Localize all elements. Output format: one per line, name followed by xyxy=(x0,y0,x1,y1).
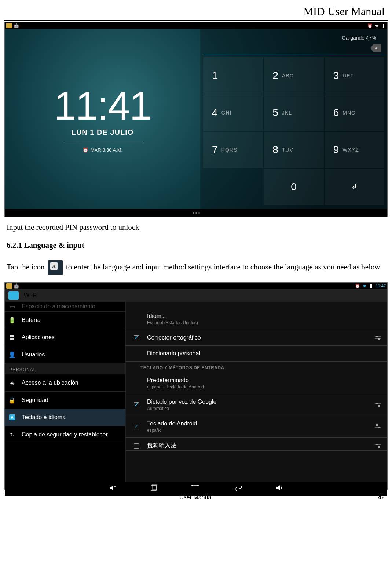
sliders-icon[interactable] xyxy=(374,402,382,408)
svg-rect-1 xyxy=(383,24,384,24)
status-bar-2: 🤖 ⏰ 11:47 xyxy=(5,283,387,289)
sidebar-item-users[interactable]: 👤 Usuarios xyxy=(5,346,125,363)
nav-back-icon[interactable] xyxy=(233,485,242,493)
svg-marker-31 xyxy=(276,485,280,490)
sidebar-category-personal: PERSONAL xyxy=(5,363,125,374)
nav-volume-up-icon[interactable] xyxy=(275,484,283,493)
keypad-key-2[interactable]: 2ABC xyxy=(264,57,323,94)
settings-header-chip: Wi-Fi xyxy=(5,289,387,302)
svg-rect-9 xyxy=(10,338,12,340)
system-nav-bar-2 xyxy=(5,482,387,496)
android-icon: 🤖 xyxy=(14,23,19,28)
sidebar-item-label: Usuarios xyxy=(22,351,45,358)
instruction-text-1: Input the recorded PIN password to unloc… xyxy=(4,217,388,238)
svg-rect-8 xyxy=(12,335,14,337)
apps-icon xyxy=(9,334,15,340)
settings-detail-pane: Idioma Español (Estados Unidos) Correcto… xyxy=(126,302,387,482)
nav-recents-icon[interactable] xyxy=(150,484,157,493)
settings-screenshot: 🤖 ⏰ 11:47 Wi-Fi ▭ Espacio de almacenamie… xyxy=(4,282,388,490)
settings-sidebar: ▭ Espacio de almacenamiento 🔋 Batería Ap… xyxy=(5,302,126,482)
setting-row-idioma[interactable]: Idioma Español (Estados Unidos) xyxy=(126,308,387,330)
keypad-key-1[interactable]: 1 xyxy=(203,57,263,94)
sidebar-item-language[interactable]: A Teclado e idioma xyxy=(5,409,125,426)
checkbox-icon[interactable] xyxy=(134,402,139,407)
setting-row-subtitle: español xyxy=(147,428,369,433)
setting-row-dictionary[interactable]: Diccionario personal xyxy=(126,346,387,362)
nav-volume-down-icon[interactable] xyxy=(109,484,117,493)
pin-entry-row: ✕ xyxy=(203,43,384,55)
lock-clock-time: 11:41 xyxy=(54,86,151,126)
svg-rect-20 xyxy=(376,424,378,426)
wifi-icon xyxy=(8,291,19,300)
sidebar-item-backup[interactable]: ↻ Copia de seguridad y restablecer xyxy=(5,426,125,443)
sidebar-item-security[interactable]: 🔒 Seguridad xyxy=(5,392,125,409)
wifi-status-icon xyxy=(362,284,367,288)
sidebar-item-battery[interactable]: 🔋 Batería xyxy=(5,312,125,329)
checkbox-icon[interactable] xyxy=(134,424,139,429)
svg-rect-16 xyxy=(376,403,378,404)
svg-rect-7 xyxy=(10,335,12,337)
setting-row-spellcheck[interactable]: Corrector ortográfico xyxy=(126,330,387,346)
instruction-text-2: Tap the icon A to enter the language and… xyxy=(4,255,388,280)
pin-keypad: 1 2ABC 3DEF 4GHI 5JKL 6MNO 7PQRS 8TUV 9W… xyxy=(203,57,384,205)
svg-point-3 xyxy=(195,212,197,214)
sidebar-item-label: Seguridad xyxy=(22,397,48,403)
setting-row-subtitle: español - Teclado de Android xyxy=(147,384,382,389)
keypad-key-8[interactable]: 8TUV xyxy=(264,132,323,168)
svg-rect-10 xyxy=(12,338,14,340)
lock-alarm-row: ⏰ MAR 8:30 A.M. xyxy=(83,147,122,153)
keypad-key-4[interactable]: 4GHI xyxy=(203,94,263,131)
keypad-key-5[interactable]: 5JKL xyxy=(264,94,323,131)
alarm-icon: ⏰ xyxy=(83,147,88,153)
page-header-title: MID User Manual xyxy=(4,4,388,20)
checkbox-icon[interactable] xyxy=(134,443,139,449)
keypad-key-9[interactable]: 9WXYZ xyxy=(325,132,384,168)
keypad-key-3[interactable]: 3DEF xyxy=(325,57,384,94)
status-bar: 🤖 ⏰ xyxy=(5,22,387,29)
keypad-key-0[interactable]: 0 xyxy=(264,169,323,205)
pin-display[interactable] xyxy=(203,44,367,52)
language-settings-app-icon: A xyxy=(48,260,63,275)
keypad-key-7[interactable]: 7PQRS xyxy=(203,132,263,168)
setting-row-title: 搜狗输入法 xyxy=(147,442,369,450)
svg-rect-30 xyxy=(152,484,157,489)
status-time: 11:47 xyxy=(375,284,386,288)
checkbox-icon[interactable] xyxy=(134,335,139,340)
battery-status-icon xyxy=(381,23,386,28)
section-heading: 6.2.1 Language & input xyxy=(4,238,388,255)
sliders-icon[interactable] xyxy=(374,443,382,449)
nav-home-icon[interactable] xyxy=(190,485,200,493)
svg-rect-29 xyxy=(151,485,156,490)
svg-rect-12 xyxy=(376,336,378,337)
backup-icon: ↻ xyxy=(9,432,15,438)
sliders-icon[interactable] xyxy=(374,423,382,430)
battery-icon: 🔋 xyxy=(9,317,15,323)
svg-rect-5 xyxy=(370,284,372,288)
sliders-icon[interactable] xyxy=(374,334,382,341)
keypad-key-6[interactable]: 6MNO xyxy=(325,94,384,131)
setting-row-title: Corrector ortográfico xyxy=(147,334,369,341)
svg-rect-18 xyxy=(378,405,380,407)
setting-row-subtitle: Automático xyxy=(147,406,369,411)
enter-arrow-icon: ↲ xyxy=(351,182,358,192)
svg-rect-26 xyxy=(378,446,380,448)
setting-row-sogou[interactable]: 搜狗输入法 xyxy=(126,438,387,451)
storage-icon: ▭ xyxy=(9,304,15,309)
sidebar-item-label: Acceso a la ubicación xyxy=(22,380,78,386)
keypad-key-enter[interactable]: ↲ xyxy=(325,169,384,205)
pin-backspace-button[interactable]: ✕ xyxy=(370,44,381,52)
sidebar-item-location[interactable]: ◈ Acceso a la ubicación xyxy=(5,374,125,392)
header-divider xyxy=(4,20,388,21)
sidebar-cutoff-item[interactable]: ▭ Espacio de almacenamiento xyxy=(5,302,125,312)
setting-row-default-kb[interactable]: Predeterminado español - Teclado de Andr… xyxy=(126,373,387,394)
footer-center-text: User Manual xyxy=(179,494,213,501)
sidebar-item-apps[interactable]: Aplicaciones xyxy=(5,329,125,346)
svg-rect-6 xyxy=(371,284,371,284)
setting-row-title: Predeterminado xyxy=(147,377,382,384)
lock-alarm-text: MAR 8:30 A.M. xyxy=(91,147,122,153)
setting-row-google-voice[interactable]: Dictado por voz de Google Automático xyxy=(126,394,387,416)
lockscreen-screenshot: 🤖 ⏰ 11:41 LUN 1 DE JULIO ⏰ MAR 8:30 A.M.… xyxy=(4,22,388,217)
setting-row-android-kb[interactable]: Teclado de Android español xyxy=(126,416,387,438)
keypad-key-blank xyxy=(203,169,263,205)
date-divider xyxy=(62,142,143,142)
